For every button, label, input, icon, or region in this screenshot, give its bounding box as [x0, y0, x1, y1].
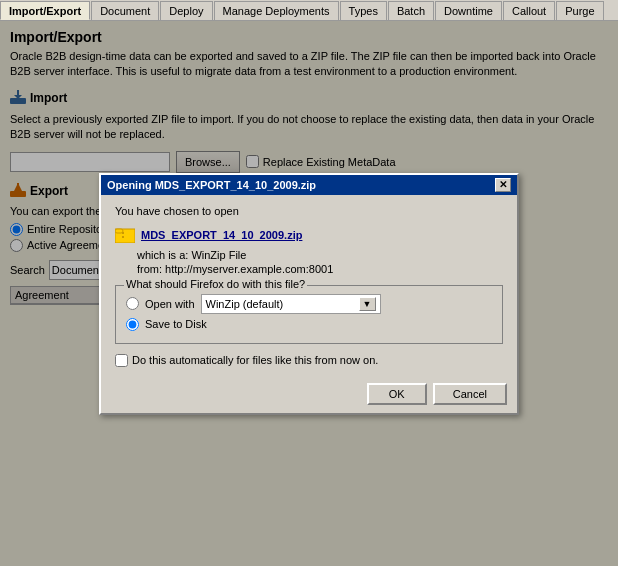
cancel-button[interactable]: Cancel: [433, 383, 507, 405]
tab-downtime[interactable]: Downtime: [435, 1, 502, 20]
dialog-which-is: which is a: WinZip File: [137, 249, 503, 261]
dialog-close-button[interactable]: ✕: [495, 178, 511, 192]
save-to-disk-radio[interactable]: [126, 318, 139, 331]
tab-types[interactable]: Types: [340, 1, 387, 20]
dialog-titlebar: Opening MDS_EXPORT_14_10_2009.zip ✕: [101, 175, 517, 195]
dialog-title: Opening MDS_EXPORT_14_10_2009.zip: [107, 179, 316, 191]
winzip-dropdown[interactable]: WinZip (default) ▼: [201, 294, 381, 314]
tab-import-export[interactable]: Import/Export: [0, 1, 90, 20]
dialog-from: from: http://myserver.example.com:8001: [137, 263, 503, 275]
zip-file-icon: [115, 225, 135, 245]
main-content: Import/Export Oracle B2B design-time dat…: [0, 21, 618, 566]
save-to-disk-row: Save to Disk: [126, 318, 492, 331]
dialog-body: You have chosen to open MDS_EXPORT_14_10…: [101, 195, 517, 377]
open-with-radio[interactable]: [126, 297, 139, 310]
tab-callout[interactable]: Callout: [503, 1, 555, 20]
svg-rect-10: [122, 234, 124, 236]
auto-action-label: Do this automatically for files like thi…: [132, 354, 378, 366]
winzip-dropdown-arrow-icon: ▼: [359, 297, 376, 311]
svg-rect-11: [122, 236, 124, 238]
ok-button[interactable]: OK: [367, 383, 427, 405]
tab-document[interactable]: Document: [91, 1, 159, 20]
tab-manage-deployments[interactable]: Manage Deployments: [214, 1, 339, 20]
svg-rect-8: [115, 229, 123, 233]
auto-action-checkbox[interactable]: [115, 354, 128, 367]
dialog-intro-text: You have chosen to open: [115, 205, 503, 217]
dialog-buttons: OK Cancel: [101, 377, 517, 413]
tab-batch[interactable]: Batch: [388, 1, 434, 20]
open-file-dialog: Opening MDS_EXPORT_14_10_2009.zip ✕ You …: [99, 173, 519, 415]
tab-deploy[interactable]: Deploy: [160, 1, 212, 20]
svg-rect-9: [122, 232, 124, 234]
open-with-row: Open with WinZip (default) ▼: [126, 294, 492, 314]
dialog-overlay: Opening MDS_EXPORT_14_10_2009.zip ✕ You …: [0, 21, 618, 566]
top-navigation: Import/Export Document Deploy Manage Dep…: [0, 0, 618, 21]
file-info-row: MDS_EXPORT_14_10_2009.zip: [115, 225, 503, 245]
dialog-filename[interactable]: MDS_EXPORT_14_10_2009.zip: [141, 229, 302, 241]
dialog-action-section: What should Firefox do with this file? O…: [115, 285, 503, 344]
dialog-section-label: What should Firefox do with this file?: [124, 278, 307, 290]
auto-action-row: Do this automatically for files like thi…: [115, 354, 503, 367]
tab-purge[interactable]: Purge: [556, 1, 603, 20]
